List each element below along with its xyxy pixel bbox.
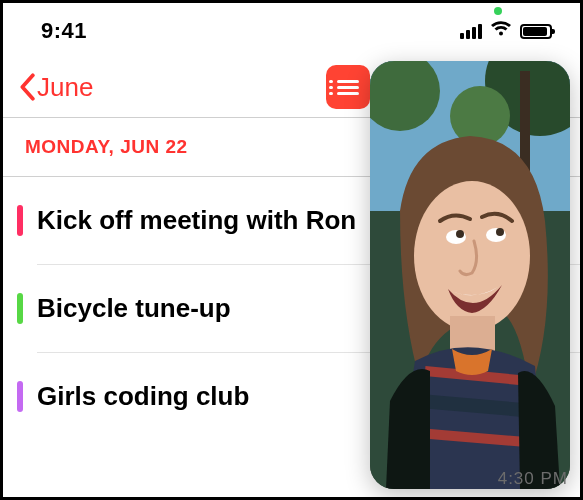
camera-active-indicator — [494, 7, 502, 15]
date-header-label: MONDAY, JUN 22 — [25, 136, 188, 157]
svg-point-9 — [456, 230, 464, 238]
list-view-button[interactable] — [326, 65, 370, 109]
list-icon — [337, 80, 359, 83]
event-title: Girls coding club — [37, 381, 249, 412]
calendar-color-bar — [17, 293, 23, 324]
event-title: Kick off meeting with Ron — [37, 205, 356, 236]
cellular-signal-icon — [460, 23, 482, 39]
status-icons — [460, 21, 552, 41]
back-label: June — [37, 72, 93, 103]
pip-video-frame — [370, 61, 570, 489]
chevron-left-icon — [17, 73, 37, 101]
status-bar: 9:41 — [3, 3, 580, 59]
event-title: Bicycle tune-up — [37, 293, 231, 324]
calendar-color-bar — [17, 381, 23, 412]
calendar-color-bar — [17, 205, 23, 236]
facetime-pip-window[interactable] — [370, 61, 570, 489]
svg-point-11 — [496, 228, 504, 236]
screenshot-frame: 9:41 June MONDAY, JUN 22 — [0, 0, 583, 500]
clock-overlay: 4:30 PM — [498, 469, 568, 489]
battery-icon — [520, 24, 552, 39]
wifi-icon — [490, 21, 512, 41]
status-time: 9:41 — [41, 18, 87, 44]
back-button[interactable]: June — [17, 72, 93, 103]
